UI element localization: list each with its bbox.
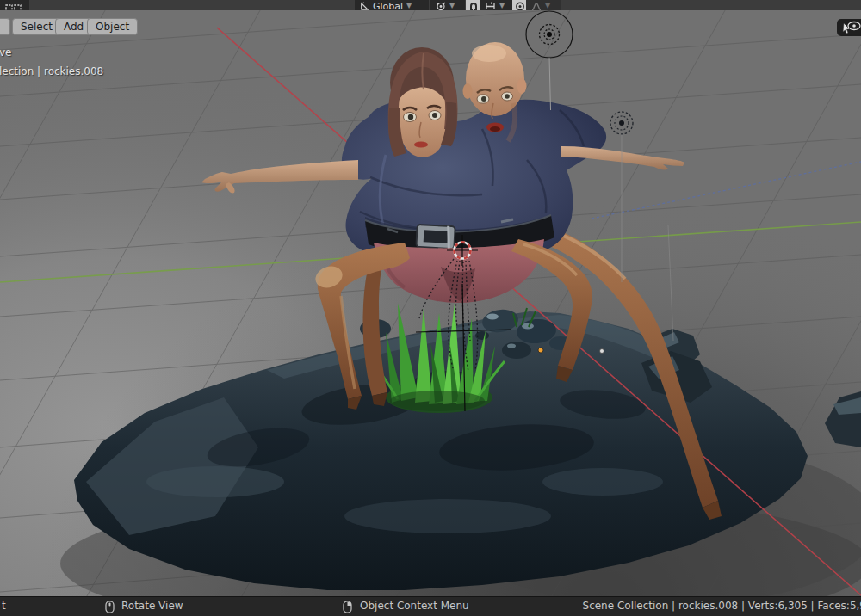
middle-mouse-button-icon bbox=[105, 601, 115, 616]
character-head-left[interactable] bbox=[388, 47, 458, 157]
pivot-point-dropdown[interactable]: ▼ bbox=[430, 0, 465, 10]
belt-buckle bbox=[416, 225, 455, 249]
right-mouse-button-icon bbox=[343, 601, 352, 616]
status-hint-context-menu: Object Context Menu bbox=[360, 600, 469, 612]
view-perspective-label: ve bbox=[0, 46, 11, 59]
corner-tool-button[interactable] bbox=[837, 19, 861, 36]
status-bar: t Rotate View Object Context Menu Scene … bbox=[0, 596, 861, 616]
transform-orientation-icon bbox=[360, 2, 369, 11]
status-left-fragment: t bbox=[2, 600, 6, 612]
object-origin-dot-white[interactable] bbox=[600, 349, 604, 354]
proportional-editing-icon bbox=[515, 2, 525, 11]
pivot-point-icon bbox=[436, 2, 446, 11]
viewport-3d[interactable] bbox=[0, 0, 861, 616]
transform-orientation-label: Global bbox=[373, 1, 403, 11]
transform-orientation-dropdown[interactable]: Global ▼ bbox=[355, 0, 429, 10]
cursor-eye-icon bbox=[841, 21, 861, 34]
object-mode-icon[interactable] bbox=[0, 0, 29, 10]
active-collection-label: lection | rockies.008 bbox=[0, 65, 103, 77]
blender-window: { "header": { "mode_icon": "object-mode-… bbox=[0, 0, 861, 616]
chevron-down-icon: ▼ bbox=[545, 3, 550, 9]
snap-magnet-icon bbox=[468, 2, 479, 11]
chevron-down-icon: ▼ bbox=[449, 3, 455, 9]
snap-with-dropdown[interactable]: ▼ bbox=[480, 0, 516, 10]
chevron-down-icon: ▼ bbox=[499, 3, 505, 9]
view-menu-button-cut[interactable] bbox=[0, 18, 10, 35]
status-scene-stats: Scene Collection | rockies.008 | Verts:6… bbox=[583, 600, 861, 612]
proportional-falloff-icon bbox=[531, 2, 542, 11]
chevron-down-icon: ▼ bbox=[406, 3, 412, 9]
select-menu-button[interactable]: Select bbox=[12, 18, 61, 35]
object-menu-button[interactable]: Object bbox=[87, 18, 138, 35]
viewport-header: Global ▼ ▼ ▼ ▼ bbox=[0, 0, 861, 10]
object-origin-dot-orange[interactable] bbox=[538, 348, 543, 353]
status-hint-rotate-view: Rotate View bbox=[121, 600, 183, 612]
snap-with-icon bbox=[485, 2, 496, 11]
proportional-falloff-dropdown[interactable]: ▼ bbox=[526, 0, 561, 10]
